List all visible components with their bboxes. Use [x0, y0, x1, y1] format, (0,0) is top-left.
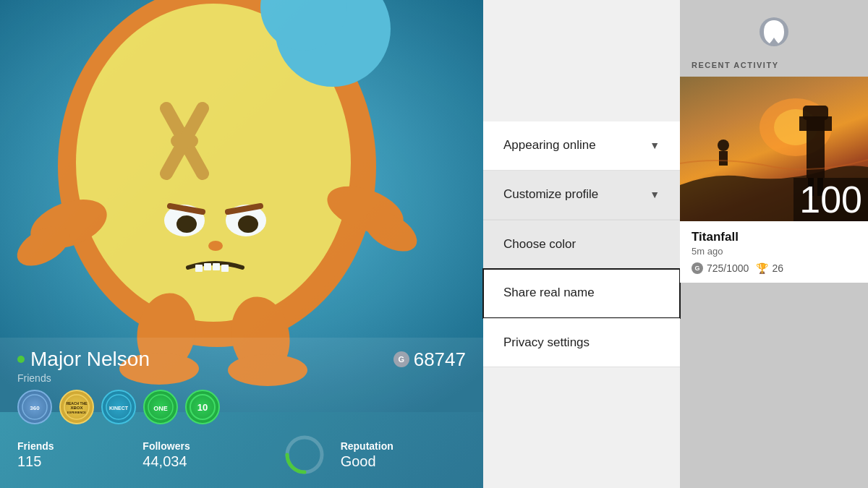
svg-point-19 — [238, 215, 258, 233]
gamertag-row: Major Nelson G 68747 — [17, 348, 466, 371]
badge-360: 360 — [17, 390, 52, 424]
achievement-score: G 725/1000 — [692, 262, 749, 274]
svg-rect-50 — [719, 151, 728, 166]
completion-percentage: 100 — [793, 178, 868, 221]
activity-stats: G 725/1000 🏆 26 — [692, 262, 856, 274]
followers-stat: Followers 44,034 — [142, 440, 268, 470]
menu-panel: Appearing online ▼ Customize profile ▼ C… — [483, 0, 680, 488]
badge-level-10: 10 — [185, 390, 220, 424]
gamertag-text: Major Nelson — [30, 348, 150, 371]
svg-text:360: 360 — [30, 405, 40, 411]
status-label: Friends — [17, 372, 466, 384]
gamerscore-value: 68747 — [414, 348, 466, 371]
activity-card[interactable]: 100 Titanfall 5m ago G 725/1000 🏆 26 — [680, 77, 868, 283]
svg-point-22 — [208, 241, 223, 251]
profile-info: Major Nelson G 68747 Friends 360 REACH T… — [0, 338, 483, 488]
svg-text:XBOX: XBOX — [70, 406, 82, 410]
chevron-down-icon: ▼ — [650, 140, 660, 151]
svg-point-49 — [718, 140, 729, 151]
share-real-name-label: Share real name — [503, 286, 595, 300]
xbox-logo-area — [680, 0, 868, 61]
friends-label: Friends — [17, 440, 142, 452]
achievement-score-value: 725/1000 — [707, 262, 749, 274]
svg-rect-46 — [803, 106, 828, 120]
menu-item-customize-profile[interactable]: Customize profile ▼ — [483, 171, 680, 220]
svg-rect-23 — [195, 265, 203, 272]
online-status-dot — [17, 356, 25, 363]
badge-kinect: KINECT — [101, 390, 136, 424]
customize-profile-label: Customize profile — [503, 187, 598, 202]
privacy-settings-label: Privacy settings — [503, 335, 590, 350]
friends-stat: Friends 115 — [17, 440, 142, 470]
right-panel: RECENT ACTIVITY — [680, 0, 868, 488]
followers-value: 44,034 — [142, 453, 268, 470]
reputation-label: Reputation — [341, 440, 466, 452]
friends-value: 115 — [17, 453, 142, 470]
appearing-online-label: Appearing online — [503, 138, 596, 153]
svg-text:10: 10 — [197, 402, 208, 413]
xbox-logo — [758, 16, 790, 48]
reputation-value: Good — [341, 453, 466, 470]
trophy-count: 26 — [772, 262, 783, 274]
score-value: 100 — [799, 179, 862, 221]
menu-item-appearing-online[interactable]: Appearing online ▼ — [483, 121, 680, 171]
gamerscore-display: G 68747 — [393, 348, 466, 371]
svg-rect-26 — [221, 265, 229, 272]
svg-text:KINECT: KINECT — [109, 406, 129, 411]
badge-xbox: REACH THE XBOX EXPERIENCE — [59, 390, 94, 424]
svg-text:EXPERIENCE: EXPERIENCE — [67, 411, 86, 414]
activity-thumbnail: 100 — [680, 77, 868, 221]
activity-time-ago: 5m ago — [692, 246, 856, 257]
menu-item-share-real-name[interactable]: Share real name — [483, 269, 680, 318]
gamerscore-icon: G — [393, 351, 409, 367]
gamerscore-small-icon: G — [692, 262, 703, 274]
badge-one: ONE — [143, 390, 178, 424]
svg-rect-24 — [204, 263, 211, 270]
svg-text:ONE: ONE — [153, 405, 168, 412]
activity-info: Titanfall 5m ago G 725/1000 🏆 26 — [680, 221, 868, 283]
menu-item-choose-color[interactable]: Choose color — [483, 220, 680, 269]
followers-label: Followers — [142, 440, 268, 452]
trophy-icon: 🏆 — [756, 262, 768, 274]
menu-item-privacy-settings[interactable]: Privacy settings — [483, 318, 680, 367]
reputation-circle — [283, 433, 326, 476]
activity-game-title: Titanfall — [692, 230, 856, 244]
chevron-down-icon-2: ▼ — [650, 189, 660, 200]
trophy-count-row: 🏆 26 — [756, 262, 783, 274]
svg-point-18 — [176, 215, 197, 233]
stats-row: Friends 115 Followers 44,034 Reputation … — [17, 433, 466, 476]
recent-activity-label: RECENT ACTIVITY — [680, 61, 868, 77]
reputation-stat: Reputation Good — [341, 440, 466, 470]
profile-panel: Major Nelson G 68747 Friends 360 REACH T… — [0, 0, 483, 488]
badges-row: 360 REACH THE XBOX EXPERIENCE KINECT — [17, 390, 466, 424]
gamertag-name: Major Nelson — [17, 348, 150, 371]
svg-rect-25 — [213, 263, 220, 270]
choose-color-label: Choose color — [503, 237, 576, 252]
